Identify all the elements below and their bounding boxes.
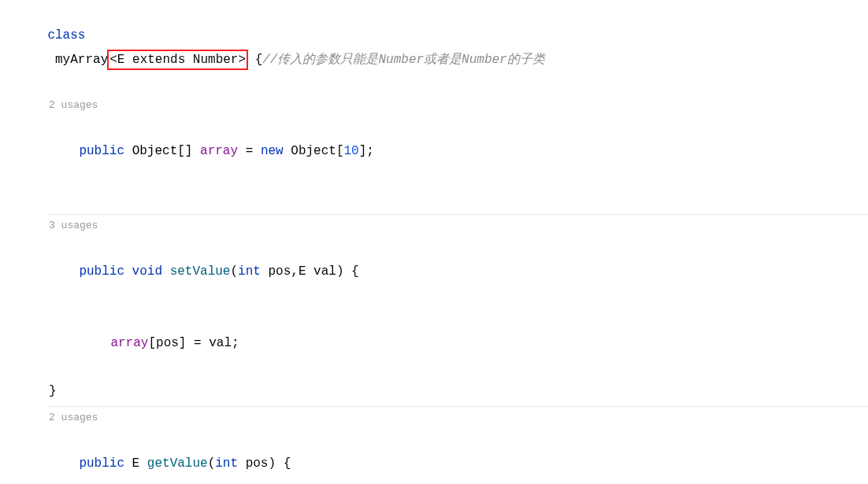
keyword-public: public: [79, 456, 124, 471]
keyword-int: int: [215, 456, 238, 471]
code-line[interactable]: public void setValue(int pos,E val) {: [14, 236, 868, 308]
code-editor[interactable]: class myArray<E extends Number> {//传入的参数…: [0, 0, 868, 484]
keyword-public: public: [79, 264, 124, 279]
paren: (: [230, 264, 238, 279]
semi: ];: [359, 144, 374, 158]
class-name: [47, 53, 55, 67]
keyword-void: void: [124, 264, 170, 279]
keyword-new: new: [261, 144, 284, 158]
param: pos,: [261, 264, 299, 279]
ctor: Object[: [284, 144, 344, 158]
param: val) {: [306, 264, 358, 279]
highlight-box-generic: <E extends Number>: [107, 50, 248, 70]
code-line[interactable]: public Object[] array = new Object[10];: [14, 115, 868, 187]
param: pos) {: [238, 456, 291, 471]
code-line[interactable]: class myArray<E extends Number> {//传入的参数…: [14, 0, 868, 96]
eq: =: [238, 144, 261, 158]
code-line[interactable]: public E getValue(int pos) {: [14, 428, 868, 484]
usage-hint[interactable]: 2 usages: [14, 96, 868, 116]
brace: {: [247, 53, 262, 67]
usage-hint[interactable]: 3 usages: [14, 216, 868, 236]
expr: [pos] = val;: [148, 336, 239, 350]
paren: (: [208, 456, 216, 471]
code-line[interactable]: }: [14, 379, 868, 403]
type: Object[]: [132, 144, 193, 158]
keyword-public: public: [79, 144, 124, 158]
method-name: getValue: [147, 456, 208, 471]
field-name: array: [200, 144, 238, 158]
method-separator: [49, 214, 868, 215]
class-name: myArray: [55, 53, 108, 67]
keyword-class: class: [47, 28, 85, 42]
code-line[interactable]: array[pos] = val;: [14, 308, 868, 379]
method-name: setValue: [170, 264, 231, 279]
number-literal: 10: [344, 144, 359, 158]
method-separator: [49, 406, 868, 407]
field-ref: array: [110, 336, 148, 350]
keyword-int: int: [238, 264, 261, 279]
usage-hint[interactable]: 2 usages: [14, 408, 868, 428]
comment: //传入的参数只能是Number或者是Number的子类: [262, 53, 544, 67]
blank-line[interactable]: [14, 187, 868, 210]
generic-bound: <E extends Number>: [109, 53, 246, 67]
return-type: E: [124, 456, 147, 471]
